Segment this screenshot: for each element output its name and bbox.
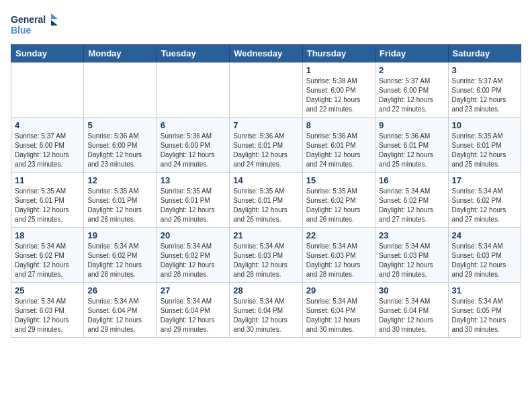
week-row-4: 18Sunrise: 5:34 AM Sunset: 6:02 PM Dayli… [11, 228, 521, 283]
day-info: Sunrise: 5:34 AM Sunset: 6:05 PM Dayligh… [452, 297, 517, 334]
calendar-cell: 21Sunrise: 5:34 AM Sunset: 6:03 PM Dayli… [230, 228, 302, 283]
calendar-cell: 4Sunrise: 5:37 AM Sunset: 6:00 PM Daylig… [11, 118, 84, 173]
calendar-cell: 12Sunrise: 5:35 AM Sunset: 6:01 PM Dayli… [84, 173, 157, 228]
logo: General Blue [11, 11, 58, 40]
calendar-cell: 24Sunrise: 5:34 AM Sunset: 6:03 PM Dayli… [448, 228, 521, 283]
day-number: 13 [161, 175, 226, 185]
week-row-2: 4Sunrise: 5:37 AM Sunset: 6:00 PM Daylig… [11, 118, 521, 173]
calendar-cell: 3Sunrise: 5:37 AM Sunset: 6:00 PM Daylig… [448, 62, 521, 118]
weekday-header-saturday: Saturday [448, 45, 521, 62]
day-number: 1 [306, 65, 371, 75]
day-info: Sunrise: 5:38 AM Sunset: 6:00 PM Dayligh… [306, 77, 371, 114]
day-number: 4 [15, 120, 80, 130]
day-info: Sunrise: 5:36 AM Sunset: 6:01 PM Dayligh… [306, 132, 371, 169]
day-number: 31 [452, 285, 517, 295]
calendar-cell: 25Sunrise: 5:34 AM Sunset: 6:03 PM Dayli… [11, 283, 84, 338]
day-info: Sunrise: 5:34 AM Sunset: 6:02 PM Dayligh… [379, 187, 444, 224]
day-number: 8 [306, 120, 371, 130]
weekday-header-row: SundayMondayTuesdayWednesdayThursdayFrid… [11, 45, 521, 62]
calendar-cell: 26Sunrise: 5:34 AM Sunset: 6:04 PM Dayli… [84, 283, 157, 338]
day-info: Sunrise: 5:34 AM Sunset: 6:02 PM Dayligh… [87, 242, 152, 279]
day-info: Sunrise: 5:36 AM Sunset: 6:00 PM Dayligh… [161, 132, 226, 169]
day-info: Sunrise: 5:35 AM Sunset: 6:01 PM Dayligh… [452, 132, 517, 169]
calendar-cell: 1Sunrise: 5:38 AM Sunset: 6:00 PM Daylig… [302, 62, 375, 118]
calendar-cell: 9Sunrise: 5:36 AM Sunset: 6:01 PM Daylig… [375, 118, 448, 173]
weekday-header-friday: Friday [375, 45, 448, 62]
calendar-cell: 30Sunrise: 5:34 AM Sunset: 6:04 PM Dayli… [375, 283, 448, 338]
weekday-header-tuesday: Tuesday [157, 45, 229, 62]
calendar-cell: 19Sunrise: 5:34 AM Sunset: 6:02 PM Dayli… [84, 228, 157, 283]
calendar-cell: 31Sunrise: 5:34 AM Sunset: 6:05 PM Dayli… [448, 283, 521, 338]
day-number: 2 [379, 65, 444, 75]
day-number: 5 [87, 120, 152, 130]
day-number: 26 [87, 285, 152, 295]
day-number: 28 [233, 285, 298, 295]
calendar-cell: 27Sunrise: 5:34 AM Sunset: 6:04 PM Dayli… [157, 283, 229, 338]
logo-svg: General Blue [11, 11, 58, 40]
calendar-cell: 17Sunrise: 5:34 AM Sunset: 6:02 PM Dayli… [448, 173, 521, 228]
day-number: 10 [452, 120, 517, 130]
calendar-cell: 14Sunrise: 5:35 AM Sunset: 6:01 PM Dayli… [230, 173, 302, 228]
calendar-cell: 13Sunrise: 5:35 AM Sunset: 6:01 PM Dayli… [157, 173, 229, 228]
day-number: 15 [306, 175, 371, 185]
day-number: 3 [452, 65, 517, 75]
svg-marker-3 [51, 20, 58, 26]
calendar-cell [11, 62, 84, 118]
calendar-cell: 22Sunrise: 5:34 AM Sunset: 6:03 PM Dayli… [302, 228, 375, 283]
day-number: 12 [87, 175, 152, 185]
day-info: Sunrise: 5:36 AM Sunset: 6:01 PM Dayligh… [379, 132, 444, 169]
day-info: Sunrise: 5:34 AM Sunset: 6:03 PM Dayligh… [379, 242, 444, 279]
calendar-cell: 28Sunrise: 5:34 AM Sunset: 6:04 PM Dayli… [230, 283, 302, 338]
calendar-cell [230, 62, 302, 118]
calendar-cell: 5Sunrise: 5:36 AM Sunset: 6:00 PM Daylig… [84, 118, 157, 173]
day-info: Sunrise: 5:36 AM Sunset: 6:01 PM Dayligh… [233, 132, 298, 169]
calendar-cell: 16Sunrise: 5:34 AM Sunset: 6:02 PM Dayli… [375, 173, 448, 228]
day-number: 22 [306, 230, 371, 240]
day-info: Sunrise: 5:34 AM Sunset: 6:04 PM Dayligh… [87, 297, 152, 334]
day-info: Sunrise: 5:35 AM Sunset: 6:01 PM Dayligh… [15, 187, 80, 224]
day-info: Sunrise: 5:34 AM Sunset: 6:04 PM Dayligh… [306, 297, 371, 334]
day-info: Sunrise: 5:34 AM Sunset: 6:02 PM Dayligh… [161, 242, 226, 279]
calendar-table: SundayMondayTuesdayWednesdayThursdayFrid… [11, 44, 521, 338]
calendar-cell: 10Sunrise: 5:35 AM Sunset: 6:01 PM Dayli… [448, 118, 521, 173]
day-info: Sunrise: 5:34 AM Sunset: 6:03 PM Dayligh… [306, 242, 371, 279]
day-info: Sunrise: 5:34 AM Sunset: 6:03 PM Dayligh… [15, 297, 80, 334]
day-number: 18 [15, 230, 80, 240]
day-number: 27 [161, 285, 226, 295]
day-info: Sunrise: 5:34 AM Sunset: 6:04 PM Dayligh… [233, 297, 298, 334]
calendar-cell: 6Sunrise: 5:36 AM Sunset: 6:00 PM Daylig… [157, 118, 229, 173]
day-number: 6 [161, 120, 226, 130]
weekday-header-sunday: Sunday [11, 45, 84, 62]
day-number: 9 [379, 120, 444, 130]
day-number: 21 [233, 230, 298, 240]
day-info: Sunrise: 5:35 AM Sunset: 6:01 PM Dayligh… [233, 187, 298, 224]
day-info: Sunrise: 5:35 AM Sunset: 6:01 PM Dayligh… [161, 187, 226, 224]
day-number: 25 [15, 285, 80, 295]
day-number: 14 [233, 175, 298, 185]
day-info: Sunrise: 5:37 AM Sunset: 6:00 PM Dayligh… [452, 77, 517, 114]
calendar-cell: 2Sunrise: 5:37 AM Sunset: 6:00 PM Daylig… [375, 62, 448, 118]
calendar-cell [157, 62, 229, 118]
day-info: Sunrise: 5:34 AM Sunset: 6:02 PM Dayligh… [452, 187, 517, 224]
weekday-header-wednesday: Wednesday [230, 45, 302, 62]
week-row-1: 1Sunrise: 5:38 AM Sunset: 6:00 PM Daylig… [11, 62, 521, 118]
calendar-cell: 20Sunrise: 5:34 AM Sunset: 6:02 PM Dayli… [157, 228, 229, 283]
day-info: Sunrise: 5:35 AM Sunset: 6:02 PM Dayligh… [306, 187, 371, 224]
weekday-header-monday: Monday [84, 45, 157, 62]
svg-text:Blue: Blue [11, 25, 32, 36]
calendar-cell: 29Sunrise: 5:34 AM Sunset: 6:04 PM Dayli… [302, 283, 375, 338]
day-number: 11 [15, 175, 80, 185]
svg-text:General: General [11, 14, 46, 25]
day-info: Sunrise: 5:34 AM Sunset: 6:03 PM Dayligh… [233, 242, 298, 279]
calendar-cell: 23Sunrise: 5:34 AM Sunset: 6:03 PM Dayli… [375, 228, 448, 283]
day-number: 24 [452, 230, 517, 240]
weekday-header-thursday: Thursday [302, 45, 375, 62]
day-info: Sunrise: 5:37 AM Sunset: 6:00 PM Dayligh… [15, 132, 80, 169]
day-info: Sunrise: 5:35 AM Sunset: 6:01 PM Dayligh… [87, 187, 152, 224]
day-number: 23 [379, 230, 444, 240]
day-number: 29 [306, 285, 371, 295]
calendar-cell: 15Sunrise: 5:35 AM Sunset: 6:02 PM Dayli… [302, 173, 375, 228]
day-info: Sunrise: 5:34 AM Sunset: 6:04 PM Dayligh… [379, 297, 444, 334]
day-number: 16 [379, 175, 444, 185]
day-info: Sunrise: 5:34 AM Sunset: 6:04 PM Dayligh… [161, 297, 226, 334]
